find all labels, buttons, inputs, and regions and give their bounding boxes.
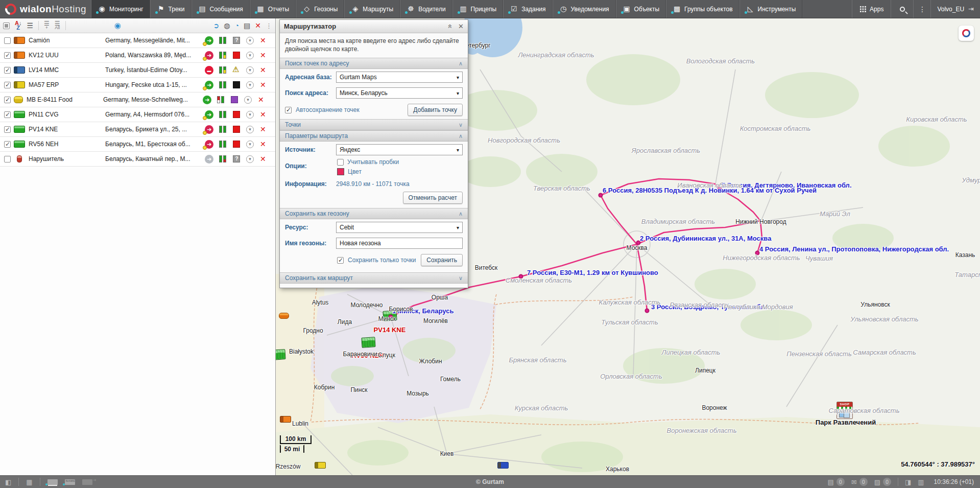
remove-unit-icon[interactable] [260, 110, 266, 119]
unit-visibility-checkbox[interactable] [4, 97, 11, 103]
unit-menu-chevron-icon[interactable] [246, 81, 254, 89]
unit-status-icon[interactable] [233, 37, 240, 44]
section-save-as-route[interactable]: Сохранить как маршрут ∨ [280, 272, 468, 284]
remove-unit-icon[interactable] [260, 140, 266, 148]
remove-unit-icon[interactable] [260, 66, 266, 74]
unit-status-icon[interactable] [233, 126, 240, 133]
consider-traffic-checkbox[interactable] [337, 159, 344, 166]
unit-row[interactable]: PN11 CVG Germany, A4, Hermsdorf 076... [0, 107, 275, 122]
split-view-icon[interactable]: ◨ [905, 478, 911, 486]
autosave-points-checkbox[interactable] [285, 107, 292, 113]
unit-name[interactable]: LV14 MMC [29, 66, 105, 74]
route-color-swatch[interactable] [337, 168, 344, 175]
minimap-icon[interactable]: ▥ [918, 478, 924, 486]
address-base-select[interactable]: Gurtam Maps▾ [336, 72, 463, 83]
unit-row[interactable]: LV14 MMC Turkey, İstanbul-Edirne Otoy... [0, 63, 275, 78]
list-view-icon[interactable]: ☰ [27, 21, 33, 30]
remove-unit-icon[interactable] [260, 125, 266, 133]
unit-row[interactable]: PV14 KNE Беларусь, Брикета ул., 25, ... [0, 122, 275, 137]
cancel-calculation-button[interactable]: Отменить расчет [403, 192, 463, 204]
unit-menu-chevron-icon[interactable] [246, 141, 254, 148]
nav-tab[interactable]: Прицепы [452, 0, 504, 18]
unit-visibility-checkbox[interactable] [4, 111, 11, 118]
show-on-map-icon[interactable]: ◉ [114, 21, 121, 30]
add-units-button[interactable]: ☰+ [44, 21, 50, 30]
unit-menu-chevron-icon[interactable] [246, 37, 254, 44]
unit-menu-chevron-icon[interactable] [246, 52, 254, 59]
section-search-by-address[interactable]: Поиск точек по адресу ∧ [280, 58, 468, 69]
unit-status-icon[interactable] [233, 66, 240, 74]
events-counter[interactable]: ▤ 0 [828, 478, 845, 486]
section-save-as-geofence[interactable]: Сохранить как геозону ∧ [280, 208, 468, 219]
router-panel-header[interactable]: Маршрутизатор « ✕ [280, 20, 468, 33]
unit-name[interactable]: MB E-8411 Food [27, 96, 103, 103]
search-button[interactable] [891, 0, 913, 18]
geofence-name-input[interactable]: Новая геозона [336, 238, 463, 249]
unit-name[interactable]: PV14 KNE [29, 126, 105, 133]
user-menu[interactable]: Volvo_EU ⇥ [930, 0, 980, 18]
unit-visibility-checkbox[interactable] [4, 141, 11, 148]
track-settings-icon[interactable]: ➲ [213, 21, 220, 30]
show-units-on-map-icon[interactable] [47, 479, 58, 485]
unit-visibility-checkbox[interactable] [4, 126, 11, 133]
unit-name[interactable]: MA57 ERP [29, 81, 105, 88]
nav-tab[interactable]: Группы объектов [666, 0, 739, 18]
clear-list-icon[interactable]: ✕ [255, 21, 261, 30]
address-search-select[interactable]: Минск, Беларусь▾ [336, 87, 463, 99]
resource-select[interactable]: Cebit▾ [336, 222, 463, 233]
gps-state-icon[interactable]: ◔ [235, 21, 239, 30]
unit-status-icon[interactable] [233, 81, 240, 88]
close-panel-icon[interactable]: ✕ [458, 22, 464, 30]
monitor-columns-icon[interactable]: ▤ [244, 21, 250, 30]
nav-tab[interactable]: Уведомления [553, 0, 616, 18]
add-point-button[interactable]: Добавить точку [408, 104, 463, 116]
unit-menu-chevron-icon[interactable] [244, 96, 252, 104]
show-unit-names-icon[interactable]: NAME [65, 479, 75, 485]
unit-name[interactable]: PN11 CVG [29, 111, 105, 118]
nav-tab[interactable]: Треки [150, 0, 192, 18]
remove-unit-icon[interactable] [260, 155, 266, 163]
apps-button[interactable]: Apps [852, 0, 891, 18]
list-menu-dots-icon[interactable]: ⋮ [266, 22, 272, 30]
mail-counter[interactable]: ✉ 0 [851, 478, 868, 486]
nav-tab[interactable]: Инструменты [739, 0, 803, 18]
grid-view-icon[interactable]: ▦ [26, 478, 32, 486]
remove-unit-icon[interactable] [258, 96, 264, 104]
section-points[interactable]: Точки ∨ [280, 119, 468, 130]
panel-toggle-icon[interactable]: ◧ [5, 478, 11, 486]
unit-visibility-checkbox[interactable] [4, 67, 11, 74]
select-all-checkbox[interactable] [3, 22, 10, 29]
unit-row[interactable]: MB E-8411 Food Germany, Messe-Schnellweg… [0, 92, 275, 107]
unit-row[interactable]: KV12 UUU Poland, Warszawska 89, Męd... [0, 48, 275, 63]
unit-name[interactable]: Нарушитель [29, 155, 105, 162]
remove-unit-icon[interactable] [260, 81, 266, 89]
unit-row[interactable]: RV56 NEH Беларусь, М1, Брестская об... [0, 137, 275, 152]
add-all-units-button[interactable]: ☰All [55, 21, 60, 30]
unit-name[interactable]: KV12 UUU [29, 52, 105, 59]
collapse-panel-icon[interactable]: « [446, 25, 454, 29]
unit-visibility-checkbox[interactable] [4, 37, 11, 44]
unit-status-icon[interactable] [233, 52, 240, 59]
unit-status-icon[interactable] [231, 96, 238, 103]
nav-tab[interactable]: Отчеты [250, 0, 296, 18]
nav-tab[interactable]: Объекты [616, 0, 666, 18]
nav-tab[interactable]: Сообщения [192, 0, 250, 18]
unit-menu-chevron-icon[interactable] [246, 155, 254, 163]
unit-name[interactable]: RV56 NEH [29, 141, 105, 148]
save-button[interactable]: Сохранить [421, 254, 463, 266]
unit-menu-chevron-icon[interactable] [246, 111, 254, 119]
remove-unit-icon[interactable] [260, 36, 266, 44]
satellite-connection-icon[interactable]: ◍ [224, 21, 230, 30]
save-points-only-checkbox[interactable] [337, 257, 344, 264]
unit-status-icon[interactable] [233, 141, 240, 148]
unit-status-icon[interactable] [233, 155, 240, 162]
nav-tab[interactable]: Задания [503, 0, 552, 18]
unit-menu-chevron-icon[interactable] [246, 66, 254, 74]
nav-tab[interactable]: Маршруты [344, 0, 400, 18]
nav-tab[interactable]: Водители [400, 0, 452, 18]
nav-tab[interactable]: Мониторинг [91, 0, 150, 18]
follow-units-icon[interactable] [82, 479, 92, 485]
sort-az-button[interactable]: A↓Z [15, 21, 21, 30]
remove-unit-icon[interactable] [260, 51, 266, 59]
unit-name[interactable]: Camión [29, 37, 105, 44]
